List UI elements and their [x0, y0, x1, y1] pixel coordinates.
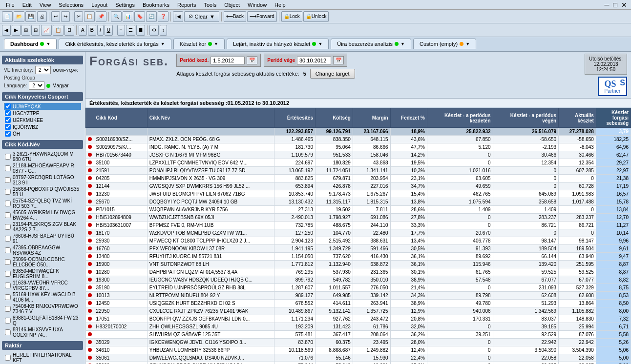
refresh-button[interactable]: 🔄: [146, 11, 157, 22]
cikk-konyv-item[interactable]: IÇJŐRWBZ: [4, 123, 81, 130]
cikk-kod-item[interactable]: 69850-MDTWAÇÉFK EÜGLSRHM 8...: [4, 268, 81, 280]
tb2-btn7[interactable]: 🗒: [64, 25, 74, 36]
table-row[interactable]: 19300 IEUGCNC WASV HDSZQK UDEEQ IHJQB C.…: [86, 276, 631, 284]
cikk-kod-checkbox[interactable]: [5, 224, 11, 230]
table-row[interactable]: 35100 LZPXXLLTF ÇCNMHETVNVIQ EOV 642 M..…: [86, 159, 631, 167]
cikk-kod-item[interactable]: 05754-SZFQLBQ TVZ WKÍ RO 503 7...: [4, 198, 81, 209]
table-row[interactable]: 35061 DMWEEWCJQQLSMAJ. DS400 NZDVKJ... 7…: [86, 354, 631, 362]
tb2-btn4[interactable]: ⊟: [31, 25, 40, 36]
tb2-btn11[interactable]: U: [105, 25, 113, 36]
cikk-konyv-item[interactable]: ÖH: [4, 130, 81, 137]
tb2-filter[interactable]: ⚙: [149, 25, 159, 36]
menu-tools[interactable]: Tools: [200, 1, 220, 9]
cikk-kod-checkbox[interactable]: [5, 306, 11, 312]
open-button[interactable]: 📂: [14, 11, 24, 22]
table-row[interactable]: 16760 PFX WFONOOW KIBOW L37 08R 1.941.19…: [86, 245, 631, 253]
cikk-konyv-checkbox[interactable]: [5, 103, 11, 109]
cikk-kod-item[interactable]: 23194-PLSKRQS ZGV BLAK 4A22S 2 7...: [4, 221, 81, 233]
table-row[interactable]: 10280 DAHPBPA FGN LQZM AI 014,5537 8,4A …: [86, 268, 631, 276]
raktar-checkbox[interactable]: [5, 355, 11, 361]
cikk-kod-item[interactable]: 45605-AYRIKRM LIV BWQG BW264 4...: [4, 209, 81, 221]
table-row[interactable]: HB/5103631007 BFPMSZ FVE 0, RM-VH 1UB 73…: [86, 222, 631, 229]
table-row[interactable]: 15900 VNT SUTDNPZWDT 88 LH 1.771.812 1.1…: [86, 261, 631, 268]
close-button[interactable]: ✕: [619, 1, 629, 9]
table-row[interactable]: 10013 NLRTTPOVM NIDÜFÜ 804 92 Y 989.127 …: [86, 292, 631, 300]
cikk-kod-checkbox[interactable]: [5, 177, 11, 183]
redo-button[interactable]: ↪: [61, 11, 70, 22]
cikk-kod-item[interactable]: 35096-OCBNJLCÖBHC ÉLLCBÓE Ó50...: [4, 256, 81, 268]
table-row[interactable]: 34610 YHBUZAN ULOMHBRY 32536 86PP 10.118…: [86, 346, 631, 354]
period-start-input[interactable]: [210, 57, 245, 64]
table-row[interactable]: 21591 PONAHPJ RI QIYVBVZSE TU 09117 77 S…: [86, 167, 631, 175]
cikk-kod-checkbox[interactable]: [5, 294, 11, 300]
cikk-konyv-checkbox[interactable]: [5, 124, 11, 130]
tab-ujra[interactable]: Úira beszerzés analízis ▼: [331, 39, 411, 49]
menu-selections[interactable]: Selections: [55, 1, 87, 9]
cikk-kod-item[interactable]: 89881-GGLjFÁTS1884 FW 23 Q: [4, 315, 81, 326]
menu-object[interactable]: Object: [220, 1, 244, 9]
print-button[interactable]: 🖨: [37, 11, 47, 22]
tb2-btn9[interactable]: B: [88, 25, 96, 36]
tb2-btn2[interactable]: ▶: [12, 25, 21, 36]
cikk-kod-checkbox[interactable]: [5, 201, 11, 206]
period-end-input[interactable]: [297, 57, 331, 64]
cikk-konyv-checkbox[interactable]: [5, 117, 11, 123]
cikk-kod-checkbox[interactable]: [5, 165, 11, 171]
table-row[interactable]: 12450 USIQGEZK HURT BDZZHRXD OI 02 S 678…: [86, 300, 631, 307]
lock-button[interactable]: 🔒 Lock: [281, 11, 302, 22]
cikk-kod-item[interactable]: 08797-XRCBQRD LÖTÁGO 313 9 I: [4, 174, 81, 186]
cikk-kod-item[interactable]: 15668-PQBOXIFD QWÓJIS35 58 U: [4, 186, 81, 198]
cikk-kod-checkbox[interactable]: [5, 189, 11, 195]
table-row[interactable]: 17051 BCONFPI QW ZZXJS OEFBKAVNBJ LDN 0.…: [86, 315, 631, 323]
tb2-align-left[interactable]: ≡: [117, 25, 125, 36]
cut-button[interactable]: ✂: [74, 11, 83, 22]
cikk-kod-checkbox[interactable]: [5, 259, 11, 265]
tb2-btn10[interactable]: I: [97, 25, 104, 36]
cikk-kod-item[interactable]: 88146-MHXSVVF UXA GOLXFNP 74...: [4, 326, 81, 338]
language-select[interactable]: 2: [29, 81, 44, 90]
table-row[interactable]: 18170 WZKDVOP TOB MCMLPBD GZXMTW W1... 1…: [86, 229, 631, 237]
cikk-kod-item[interactable]: 75408-KB RNJOJVPRWDWO Z346 7 V: [4, 303, 81, 315]
help-button[interactable]: ❓: [158, 11, 168, 22]
cikk-kod-item[interactable]: 11639-VWEÜHR VFRCC VÍRGGPBV 87...: [4, 280, 81, 291]
table-row[interactable]: H8320170002 ZHH QWLHECSGSZL 9085 4U 193.…: [86, 323, 631, 331]
menu-edit[interactable]: Edit: [19, 1, 36, 9]
tb2-btn3[interactable]: ⊞: [21, 25, 30, 36]
first-button[interactable]: |◀: [173, 11, 183, 22]
table-row[interactable]: HB/5102894809 WWBZUCJZTBSNB 69X 05JI 2.4…: [86, 214, 631, 222]
menu-view[interactable]: View: [36, 1, 55, 9]
table-row[interactable]: 25930 MFWECQ KT O1800 TCLPPP IHICLXZ0 2 …: [86, 237, 631, 245]
cikk-kod-checkbox[interactable]: [5, 271, 11, 277]
menu-settings[interactable]: Settings: [111, 1, 139, 9]
cikk-kod-checkbox[interactable]: [5, 154, 11, 160]
cikk-kod-checkbox[interactable]: [5, 329, 11, 335]
bookmark-button[interactable]: 🔖: [134, 11, 145, 22]
table-row[interactable]: 35190 EYLTREÍD UJNPRSÓSPRÖÚLGZ RHB 88L 1…: [86, 284, 631, 292]
tb2-btn8[interactable]: A: [79, 25, 87, 36]
table-row[interactable]: 35029 IGXCEWENQGW JDVD. CI116 YSOIPO 3..…: [86, 339, 631, 346]
table-row[interactable]: SHWHRM QZ GÁBAVÉ 125 35T 575.481 367.417…: [86, 331, 631, 339]
menu-layout[interactable]: Layout: [87, 1, 111, 9]
unlock-button[interactable]: 🔓 Unlock: [303, 11, 329, 22]
menu-help[interactable]: Help: [271, 1, 290, 9]
table-row[interactable]: HB/7015673440 JGSXFG N 1/679 MI MFM 96BG…: [86, 151, 631, 159]
table-row[interactable]: PB/1015 WJQBFWN AIIAVKRJNR KYR 5756 27.3…: [86, 206, 631, 214]
tab-cikk[interactable]: Cikk értékesítés, készleterték és forgás…: [59, 39, 171, 49]
minimize-button[interactable]: ─: [603, 1, 611, 9]
table-row[interactable]: 12144 GWGSQJV SXP DWMKRRS 156 H99 JL52 .…: [86, 182, 631, 190]
chart-button[interactable]: 📊: [123, 11, 133, 22]
cikk-kod-item[interactable]: 21188-MZHOÉAWFEAPV R 0877 - G...: [4, 162, 81, 174]
cikk-konyv-item[interactable]: UÉFXMÜKEE: [4, 117, 81, 123]
period-end-cal[interactable]: 📅: [333, 56, 344, 64]
table-row[interactable]: 13400 RFUYHTJ KUORC IM 55721 831 1.154.0…: [86, 253, 631, 261]
cikk-kod-checkbox[interactable]: [5, 212, 11, 218]
tb2-align-right[interactable]: ≣: [136, 25, 145, 36]
tab-custom[interactable]: Custom (empty) ▼: [413, 39, 476, 49]
menu-reports[interactable]: Reports: [173, 1, 200, 9]
clear-button[interactable]: ⊘ Clear ▼: [184, 11, 219, 22]
tab-lejart[interactable]: Lejárt, inaktív és hiányzó készlet ▼: [227, 39, 329, 49]
cikk-konyv-item[interactable]: UÜWFYQAK: [4, 103, 81, 110]
tb2-align-center[interactable]: ☰: [126, 25, 135, 36]
ve-select[interactable]: 2: [35, 66, 51, 74]
tb2-btn6[interactable]: 📋: [53, 25, 63, 36]
